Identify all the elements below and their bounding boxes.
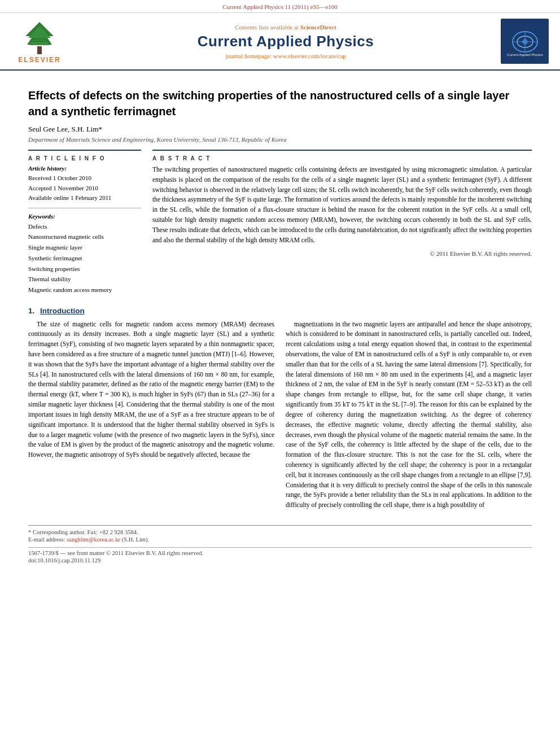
history-dates: Received 1 October 2010 Accepted 1 Novem… <box>28 173 141 203</box>
email-link[interactable]: sanghlim@korea.ac.kr <box>67 536 120 543</box>
introduction-section: 1. Introduction The size of magnetic cel… <box>28 307 532 514</box>
keyword-item: Magnetic random access memory <box>28 285 141 295</box>
article-info-abstract: A R T I C L E I N F O Article history: R… <box>28 150 532 295</box>
main-content-area: Effects of defects on the switching prop… <box>0 71 560 576</box>
elsevier-tree-svg <box>11 19 68 56</box>
svg-marker-2 <box>28 26 51 45</box>
issn-line: 1567-1739/$ — see front matter © 2011 El… <box>28 550 532 556</box>
keyword-item: Thermal stability <box>28 274 141 285</box>
article-info-column: A R T I C L E I N F O Article history: R… <box>28 150 141 295</box>
intro-body-columns: The size of magnetic cells for magnetic … <box>28 320 532 514</box>
journal-citation-text: Current Applied Physics 11 (2011) e95—e1… <box>222 3 338 10</box>
keyword-item: Single magnetic layer <box>28 242 141 253</box>
authors-line: Seul Gee Lee, S.H. Lim* <box>28 125 532 134</box>
journal-homepage-url[interactable]: www.elsevier.com/locate/cap <box>273 53 346 59</box>
keywords-label: Keywords: <box>28 213 141 220</box>
keyword-item: Defects <box>28 221 141 232</box>
info-divider <box>28 208 141 208</box>
cap-logo-area: Current Applied Physics <box>501 19 552 64</box>
footer-area: * Corresponding author. Fax: +82 2 928 3… <box>28 525 532 563</box>
received-date: Received 1 October 2010 <box>28 173 141 184</box>
intro-section-name: Introduction <box>40 307 85 315</box>
history-label: Article history: <box>28 165 141 172</box>
elsevier-logo-area: ELSEVIER <box>8 19 71 64</box>
journal-title: Current Applied Physics <box>76 33 495 50</box>
abstract-section-label: A B S T R A C T <box>152 155 532 161</box>
issn-doi-area: 1567-1739/$ — see front matter © 2011 El… <box>28 547 532 563</box>
abstract-column: A B S T R A C T The switching properties… <box>152 150 532 295</box>
affiliation-line: Department of Materials Science and Engi… <box>28 136 532 143</box>
intro-right-col: magnetizations in the two magnetic layer… <box>286 320 532 514</box>
intro-right-para1: magnetizations in the two magnetic layer… <box>286 320 532 510</box>
intro-left-col: The size of magnetic cells for magnetic … <box>28 320 274 514</box>
sciencedirect-link-text[interactable]: ScienceDirect <box>300 24 336 30</box>
abstract-text: The switching properties of nanostructur… <box>152 165 532 246</box>
elsevier-brand-text: ELSEVIER <box>18 56 60 64</box>
doi-line: doi:10.1016/j.cap.2010.11.129 <box>28 557 532 563</box>
intro-left-para1: The size of magnetic cells for magnetic … <box>28 320 274 460</box>
intro-section-title: 1. Introduction <box>28 307 532 315</box>
available-date: Available online 1 February 2011 <box>28 193 141 203</box>
copyright-line: © 2011 Elsevier B.V. All rights reserved… <box>152 250 532 257</box>
keywords-list: Defects Nanostructured magnetic cells Si… <box>28 221 141 295</box>
journal-homepage: journal homepage: www.elsevier.com/locat… <box>76 53 495 59</box>
journal-center-info: Contents lists available at ScienceDirec… <box>76 24 495 59</box>
cap-logo-box: Current Applied Physics <box>501 19 549 64</box>
journal-citation-bar: Current Applied Physics 11 (2011) e95—e1… <box>0 0 560 13</box>
article-info-section-label: A R T I C L E I N F O <box>28 155 141 161</box>
svg-rect-0 <box>37 46 42 54</box>
accepted-date: Accepted 1 November 2010 <box>28 184 141 194</box>
article-title: Effects of defects on the switching prop… <box>28 88 532 119</box>
journal-header: ELSEVIER Contents lists available at Sci… <box>0 13 560 71</box>
keyword-item: Synthetic ferrimagnet <box>28 253 141 264</box>
keyword-item: Nanostructured magnetic cells <box>28 231 141 242</box>
cap-logo-image: Current Applied Physics <box>505 26 545 57</box>
svg-text:Current Applied Physics: Current Applied Physics <box>507 53 543 56</box>
footnote-email: E-mail address: sanghlim@korea.ac.kr (S.… <box>28 536 532 543</box>
keyword-item: Switching properties <box>28 264 141 274</box>
footnote-corresponding: * Corresponding author. Fax: +82 2 928 3… <box>28 529 532 535</box>
sciencedirect-link-line: Contents lists available at ScienceDirec… <box>76 24 495 30</box>
